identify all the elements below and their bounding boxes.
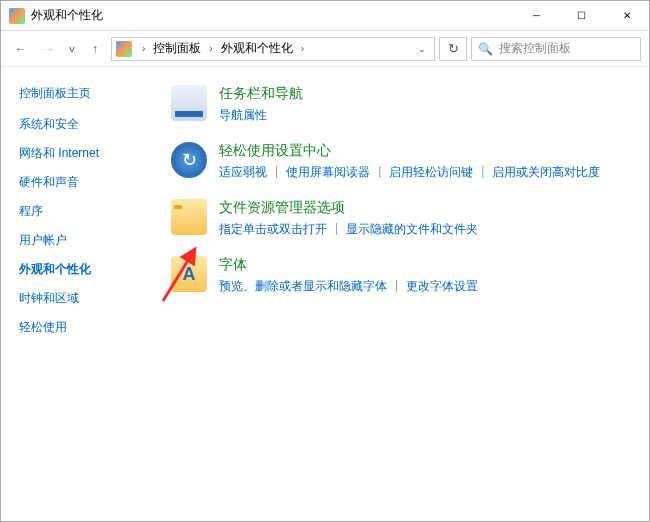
refresh-button[interactable]: ↻	[439, 37, 467, 61]
sidebar-item-7[interactable]: 轻松使用	[19, 319, 161, 336]
search-icon: 🔍	[478, 42, 493, 56]
fonts-icon[interactable]	[171, 256, 207, 292]
forward-button[interactable]: →	[37, 37, 61, 61]
category-link[interactable]: 使用屏幕阅读器	[286, 164, 370, 181]
search-input[interactable]: 🔍 搜索控制面板	[471, 37, 641, 61]
control-panel-icon	[9, 8, 25, 24]
recent-locations-button[interactable]: ⅴ	[65, 43, 79, 54]
category-link[interactable]: 启用或关闭高对比度	[492, 164, 600, 181]
category-link[interactable]: 预览、删除或者显示和隐藏字体	[219, 278, 387, 295]
taskbar-icon[interactable]	[171, 85, 207, 121]
category-1: 轻松使用设置中心适应弱视|使用屏幕阅读器|启用轻松访问键|启用或关闭高对比度	[171, 142, 631, 181]
chevron-right-icon[interactable]: ›	[138, 43, 149, 54]
address-dropdown-button[interactable]: ⌄	[414, 44, 430, 54]
up-button[interactable]: ↑	[83, 37, 107, 61]
titlebar: 外观和个性化 ─ ☐ ✕	[1, 1, 649, 31]
maximize-button[interactable]: ☐	[559, 1, 604, 31]
sidebar-item-2[interactable]: 硬件和声音	[19, 174, 161, 191]
category-title[interactable]: 文件资源管理器选项	[219, 199, 478, 217]
sidebar: 控制面板主页 系统和安全网络和 Internet硬件和声音程序用户帐户外观和个性…	[1, 67, 161, 522]
separator: |	[378, 164, 381, 181]
separator: |	[395, 278, 398, 295]
minimize-button[interactable]: ─	[514, 1, 559, 31]
file-explorer-icon[interactable]	[171, 199, 207, 235]
separator: |	[481, 164, 484, 181]
category-3: 字体预览、删除或者显示和隐藏字体|更改字体设置	[171, 256, 631, 295]
breadcrumb-current[interactable]: 外观和个性化	[219, 40, 295, 57]
sidebar-item-1[interactable]: 网络和 Internet	[19, 145, 161, 162]
category-link[interactable]: 导航属性	[219, 107, 267, 124]
main-content: 任务栏和导航导航属性轻松使用设置中心适应弱视|使用屏幕阅读器|启用轻松访问键|启…	[161, 67, 649, 522]
back-button[interactable]: ←	[9, 37, 33, 61]
category-title[interactable]: 任务栏和导航	[219, 85, 303, 103]
control-panel-home-link[interactable]: 控制面板主页	[19, 85, 161, 102]
sidebar-item-3[interactable]: 程序	[19, 203, 161, 220]
separator: |	[335, 221, 338, 238]
sidebar-item-6[interactable]: 时钟和区域	[19, 290, 161, 307]
category-link[interactable]: 更改字体设置	[406, 278, 478, 295]
breadcrumb-root[interactable]: 控制面板	[151, 40, 203, 57]
control-panel-path-icon	[116, 41, 132, 57]
sidebar-item-4[interactable]: 用户帐户	[19, 232, 161, 249]
category-link[interactable]: 适应弱视	[219, 164, 267, 181]
category-0: 任务栏和导航导航属性	[171, 85, 631, 124]
chevron-right-icon[interactable]: ›	[205, 43, 216, 54]
category-link[interactable]: 指定单击或双击打开	[219, 221, 327, 238]
category-title[interactable]: 字体	[219, 256, 478, 274]
category-title[interactable]: 轻松使用设置中心	[219, 142, 600, 160]
search-placeholder: 搜索控制面板	[499, 40, 571, 57]
close-button[interactable]: ✕	[604, 1, 649, 31]
sidebar-item-0[interactable]: 系统和安全	[19, 116, 161, 133]
window-title: 外观和个性化	[31, 7, 103, 24]
category-link[interactable]: 显示隐藏的文件和文件夹	[346, 221, 478, 238]
separator: |	[275, 164, 278, 181]
address-bar: ← → ⅴ ↑ › 控制面板 › 外观和个性化 › ⌄ ↻ 🔍 搜索控制面板	[1, 31, 649, 67]
chevron-right-icon[interactable]: ›	[297, 43, 308, 54]
category-link[interactable]: 启用轻松访问键	[389, 164, 473, 181]
address-field[interactable]: › 控制面板 › 外观和个性化 › ⌄	[111, 37, 435, 61]
category-2: 文件资源管理器选项指定单击或双击打开|显示隐藏的文件和文件夹	[171, 199, 631, 238]
sidebar-item-5[interactable]: 外观和个性化	[19, 261, 161, 278]
ease-of-access-icon[interactable]	[171, 142, 207, 178]
